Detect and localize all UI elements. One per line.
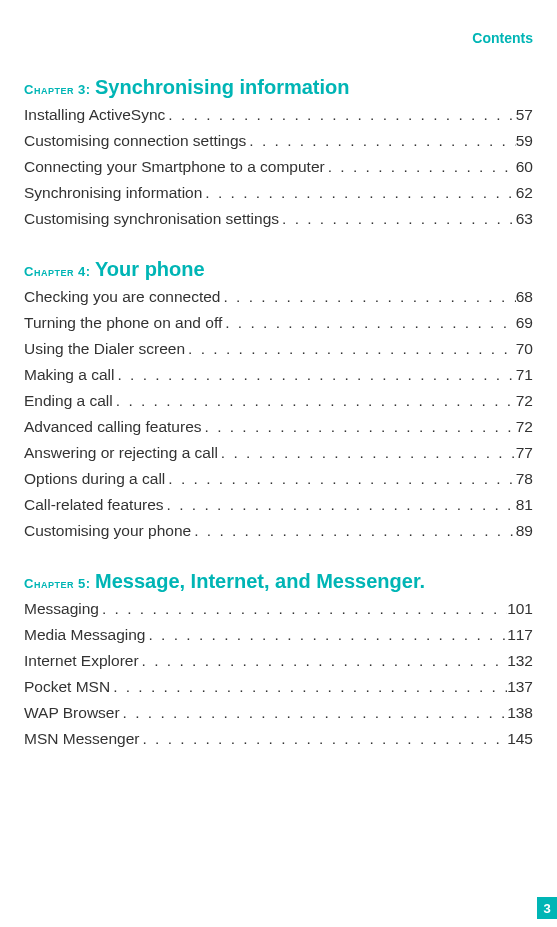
toc-entry[interactable]: Answering or rejecting a call 77 [24,444,533,462]
toc-entry-page: 70 [516,340,533,358]
toc-entry-label: Customising connection settings [24,132,246,150]
toc-entry[interactable]: Advanced calling features 72 [24,418,533,436]
toc-entry-page: 71 [516,366,533,384]
toc-entry[interactable]: Call-related features 81 [24,496,533,514]
toc-entry-page: 77 [516,444,533,462]
toc-dots [165,106,515,124]
toc-dots [114,366,515,384]
chapter-3-title: Synchronising information [95,76,349,98]
toc-entry-label: Pocket MSN [24,678,110,696]
toc-entry[interactable]: Using the Dialer screen 70 [24,340,533,358]
chapter-3-heading[interactable]: Chapter 3: Synchronising information [24,74,533,100]
chapter-5-prefix: Chapter 5: [24,576,91,591]
toc-dots [164,496,516,514]
toc-dots [139,652,508,670]
toc-entry-label: Ending a call [24,392,113,410]
toc-entry-page: 57 [516,106,533,124]
toc-entry[interactable]: Checking you are connected 68 [24,288,533,306]
toc-entry-label: Options during a call [24,470,165,488]
toc-dots [222,314,516,332]
toc-dots [191,522,516,540]
toc-entry[interactable]: WAP Browser 138 [24,704,533,722]
toc-entry-label: Customising synchronisation settings [24,210,279,228]
chapter-4-section: Chapter 4: Your phone Checking you are c… [24,256,533,540]
toc-dots [202,184,515,202]
toc-dots [113,392,516,410]
toc-entry[interactable]: Turning the phone on and off 69 [24,314,533,332]
toc-dots [202,418,516,436]
toc-entry-page: 60 [516,158,533,176]
toc-entry-page: 72 [516,392,533,410]
toc-entry[interactable]: Options during a call 78 [24,470,533,488]
chapter-3-prefix: Chapter 3: [24,82,91,97]
toc-entry[interactable]: Customising connection settings 59 [24,132,533,150]
toc-entry-label: WAP Browser [24,704,120,722]
toc-entry[interactable]: Making a call 71 [24,366,533,384]
toc-entry-label: Customising your phone [24,522,191,540]
toc-entry-page: 63 [516,210,533,228]
toc-entry-label: Connecting your Smartphone to a computer [24,158,325,176]
toc-entry[interactable]: Synchronising information 62 [24,184,533,202]
toc-entry-page: 89 [516,522,533,540]
toc-dots [110,678,507,696]
toc-dots [139,730,507,748]
toc-entry-page: 69 [516,314,533,332]
toc-entry-label: MSN Messenger [24,730,139,748]
toc-dots [218,444,516,462]
toc-dots [165,470,515,488]
toc-entry-page: 145 [507,730,533,748]
toc-dots [185,340,516,358]
toc-dots [279,210,516,228]
toc-entry[interactable]: Customising your phone 89 [24,522,533,540]
toc-entry-page: 138 [507,704,533,722]
toc-entry-label: Internet Explorer [24,652,139,670]
toc-entry-label: Synchronising information [24,184,202,202]
toc-entry-label: Advanced calling features [24,418,202,436]
chapter-5-title: Message, Internet, and Messenger. [95,570,425,592]
toc-entry[interactable]: Media Messaging 117 [24,626,533,644]
toc-entry-page: 68 [516,288,533,306]
toc-entry-page: 59 [516,132,533,150]
toc-entry-page: 78 [516,470,533,488]
toc-dots [120,704,508,722]
toc-entry[interactable]: Connecting your Smartphone to a computer… [24,158,533,176]
toc-entry-label: Using the Dialer screen [24,340,185,358]
page-number-badge: 3 [537,897,557,919]
chapter-5-heading[interactable]: Chapter 5: Message, Internet, and Messen… [24,568,533,594]
toc-entry[interactable]: Installing ActiveSync 57 [24,106,533,124]
toc-entry[interactable]: Internet Explorer 132 [24,652,533,670]
toc-dots [145,626,507,644]
toc-entry-label: Making a call [24,366,114,384]
toc-entry[interactable]: Pocket MSN 137 [24,678,533,696]
toc-entry[interactable]: MSN Messenger 145 [24,730,533,748]
toc-entry-page: 62 [516,184,533,202]
toc-entry-label: Messaging [24,600,99,618]
toc-entry-label: Call-related features [24,496,164,514]
toc-dots [220,288,515,306]
toc-entry-label: Turning the phone on and off [24,314,222,332]
toc-entry[interactable]: Ending a call 72 [24,392,533,410]
toc-entry-page: 72 [516,418,533,436]
toc-entry-label: Installing ActiveSync [24,106,165,124]
toc-dots [325,158,516,176]
toc-dots [246,132,515,150]
contents-header-link[interactable]: Contents [24,30,533,46]
toc-entry-label: Media Messaging [24,626,145,644]
toc-entry-page: 81 [516,496,533,514]
chapter-5-section: Chapter 5: Message, Internet, and Messen… [24,568,533,748]
chapter-4-title: Your phone [95,258,205,280]
toc-entry-label: Checking you are connected [24,288,220,306]
toc-entry-page: 132 [507,652,533,670]
toc-dots [99,600,507,618]
toc-entry-page: 117 [507,626,533,644]
chapter-4-prefix: Chapter 4: [24,264,91,279]
chapter-3-section: Chapter 3: Synchronising information Ins… [24,74,533,228]
toc-entry-page: 137 [507,678,533,696]
toc-entry[interactable]: Messaging 101 [24,600,533,618]
toc-entry-label: Answering or rejecting a call [24,444,218,462]
chapter-4-heading[interactable]: Chapter 4: Your phone [24,256,533,282]
toc-entry[interactable]: Customising synchronisation settings 63 [24,210,533,228]
toc-entry-page: 101 [507,600,533,618]
